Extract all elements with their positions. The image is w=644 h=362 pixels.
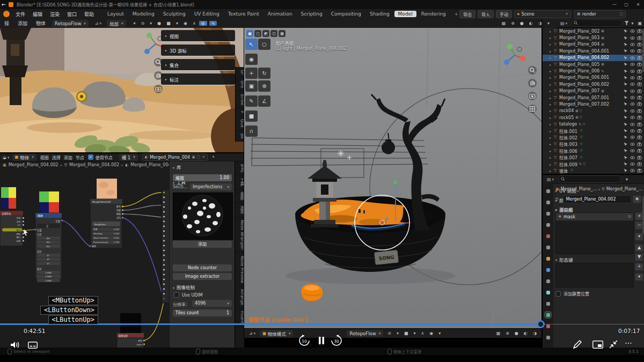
sidebar-tab[interactable]: Sho (236, 78, 244, 91)
shrink-button[interactable] (609, 339, 618, 351)
shape-key-specials-button[interactable]: ▾ (635, 273, 643, 281)
header-icon[interactable]: ▾ (436, 331, 443, 336)
shading-mode-icon[interactable]: ◐ (522, 331, 530, 336)
use-nodes-checkbox[interactable]: ✓ (88, 154, 93, 160)
render-camera-icon[interactable] (637, 49, 642, 53)
outliner-row[interactable]: ▸ ▽ rock04 ⊞ ▽ (543, 108, 644, 114)
expand-icon[interactable]: ▸ (550, 89, 554, 93)
sidebar-tab[interactable]: 工具 (235, 175, 244, 189)
expand-icon[interactable]: ▸ (550, 49, 554, 53)
properties-tab[interactable] (545, 289, 551, 295)
minimize-button[interactable]: — (609, 2, 620, 7)
editor-type-icon[interactable]: ⊿ (247, 331, 258, 336)
udim-checkbox-row[interactable]: Use UDIM (174, 292, 203, 298)
visibility-eye-icon[interactable] (630, 135, 635, 139)
properties-tab[interactable] (545, 334, 551, 341)
outliner-row[interactable]: ▸ ▽ 柱体.003 ▽ (543, 141, 644, 147)
shading-mode-icon[interactable]: ◐ (527, 21, 535, 26)
node-editor-menu-item[interactable]: 视图 (39, 154, 50, 160)
expand-icon[interactable]: ▸ (550, 83, 554, 86)
video-progress-handle[interactable] (537, 320, 545, 328)
scene-name[interactable]: Scene (521, 12, 534, 17)
render-preview-viewport[interactable]: 视图3D 游标集合标注 GrShoScreeFQuapo (0, 28, 244, 153)
header-menu-item[interactable]: 物体 (32, 20, 50, 27)
visibility-eye-icon[interactable] (630, 149, 635, 153)
viewport-panel-header[interactable]: 视图 (161, 30, 235, 41)
header-icon[interactable]: ∧ (419, 331, 426, 336)
workspace-tab[interactable]: UV Editing (191, 11, 223, 17)
filter-caret-icon[interactable]: ▾ (631, 21, 634, 26)
expand-icon[interactable]: ▸ (550, 122, 554, 126)
visibility-eye-icon[interactable] (630, 89, 635, 93)
editor-type-icon[interactable]: ◒ (2, 155, 10, 160)
toolbar-icon[interactable]: ▾ (148, 21, 154, 26)
app-menu-item[interactable]: 渲染 (46, 11, 63, 18)
scale-tool[interactable]: ▣ (245, 80, 258, 92)
selectable-icon[interactable] (624, 89, 628, 93)
properties-options-caret[interactable]: ▾ (624, 177, 630, 182)
visibility-eye-icon[interactable] (630, 49, 635, 53)
transform-tool[interactable]: ◉ (245, 54, 258, 65)
transform-orientation-menu[interactable]: 局部 (107, 20, 126, 27)
add-button[interactable]: 添加 (173, 241, 232, 248)
sidebar-tab[interactable]: Scree (236, 91, 244, 108)
render-camera-icon[interactable] (637, 69, 642, 73)
selectable-icon[interactable] (624, 149, 628, 153)
retopoflow-menu[interactable]: RetopoFlow (52, 20, 89, 27)
object-name[interactable]: Merged_Plane_004.002 (559, 55, 609, 60)
shading-mode-icon[interactable]: ⊕ (503, 331, 511, 336)
visibility-eye-icon[interactable] (630, 76, 635, 80)
render-camera-icon[interactable] (637, 109, 642, 113)
toolbar-icon[interactable]: ⊘ (139, 21, 147, 26)
expand-icon[interactable]: ▸ (550, 129, 554, 133)
rotate-tool[interactable]: ↻ (258, 68, 270, 79)
move-tool[interactable]: + (245, 68, 258, 79)
selectable-icon[interactable] (624, 168, 628, 173)
expand-icon[interactable]: ▸ (550, 69, 554, 73)
object-name[interactable]: 柱体.002 (559, 135, 577, 141)
object-name[interactable]: 锥体 (559, 168, 568, 174)
vertex-groups-list[interactable]: ❖ mask ⊟ (555, 212, 634, 254)
visibility-eye-icon[interactable] (630, 109, 635, 113)
app-menu-item[interactable]: 窗口 (63, 11, 80, 18)
render-camera-icon[interactable] (637, 122, 642, 127)
object-name[interactable]: Merged_Plane_005 (559, 62, 599, 67)
view-layer-new-icon[interactable]: ▢ (619, 12, 623, 16)
visibility-eye-icon[interactable] (630, 42, 635, 47)
viewport-nav-buttons[interactable] (528, 65, 537, 121)
close-button[interactable]: ✕ (632, 2, 644, 7)
measure-tool[interactable]: ∠ (258, 95, 270, 107)
shading-mode-icon[interactable]: ▦ (500, 21, 508, 26)
tiles-count-field[interactable]: Tiles count1 (173, 309, 232, 316)
subtitles-icon[interactable] (28, 342, 38, 349)
outliner-row[interactable]: ▸ ▽ 柱体.009 ✎ ▽ (543, 161, 644, 167)
pause-button[interactable] (318, 336, 325, 348)
mode-icon[interactable]: ◫ (270, 30, 277, 37)
resolution-dropdown[interactable]: 4096 (192, 300, 232, 307)
shading-mode-icon[interactable]: ▦ (494, 331, 503, 336)
outliner-display-mode-icon[interactable]: ▤ (558, 21, 569, 26)
object-name[interactable]: Merged_Plane_007.001 (559, 95, 609, 100)
properties-tab[interactable] (545, 267, 551, 273)
object-name[interactable]: Merged_Plane_007.002 (559, 102, 609, 107)
render-camera-icon[interactable] (637, 82, 642, 86)
selectable-icon[interactable] (624, 156, 628, 160)
node-editor-menu-item[interactable]: 选择 (50, 154, 62, 160)
workspace-tab[interactable]: Shading (366, 11, 393, 17)
object-name[interactable]: 柱体.006 (559, 148, 577, 154)
visibility-eye-icon[interactable] (630, 29, 635, 33)
area-divider[interactable] (542, 174, 644, 174)
skip-back-button[interactable]: 10 (298, 335, 310, 349)
rest-position-row[interactable]: 添加静置位置 (555, 291, 641, 297)
video-progress-remaining[interactable] (541, 324, 644, 324)
selectable-icon[interactable] (624, 69, 628, 73)
visibility-eye-icon[interactable] (630, 56, 635, 60)
export-button[interactable]: 导出 (459, 10, 475, 18)
visibility-eye-icon[interactable] (630, 62, 635, 67)
outliner-row[interactable]: ▸ ▽ 柱体.002 ▽ (543, 134, 644, 141)
sidebar-tab[interactable]: 节点 (235, 161, 244, 175)
category-dropdown[interactable]: Imperfections (190, 183, 232, 190)
visibility-eye-icon[interactable] (630, 122, 635, 127)
object-name[interactable]: Merged_Plane_004 (559, 42, 599, 47)
outliner-row[interactable]: ▸ ▽ 柱体.007 ▽ (543, 154, 644, 160)
